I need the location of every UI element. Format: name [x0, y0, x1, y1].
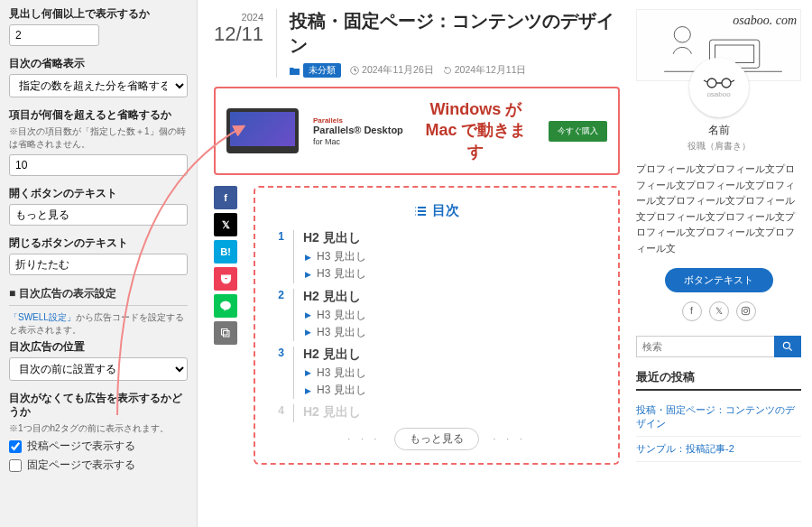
toc-num: 3: [273, 347, 284, 359]
caret-right-icon: ▶: [305, 309, 311, 321]
caret-right-icon: ▶: [305, 268, 311, 281]
share-pocket[interactable]: [214, 267, 237, 291]
toc-h2-link[interactable]: H2 見出し: [303, 230, 600, 246]
close-btn-text-input[interactable]: [9, 254, 188, 275]
social-x[interactable]: 𝕏: [709, 301, 729, 321]
search-input[interactable]: [636, 336, 774, 357]
toc-h2-link[interactable]: H2 見出し: [303, 289, 600, 305]
toc-section: 4H2 見出し: [273, 404, 600, 422]
toc-section: 3H2 見出し▶H3 見出し▶H3 見出し: [273, 347, 600, 399]
toc: 目次 1H2 見出し▶H3 見出し▶H3 見出し2H2 見出し▶H3 見出し▶H…: [254, 186, 620, 465]
abbrev-label: 目次の省略表示: [9, 57, 188, 70]
caret-right-icon: ▶: [305, 251, 311, 264]
share-bar: f 𝕏 B!: [214, 186, 237, 345]
caret-right-icon: ▶: [305, 366, 311, 379]
profile-button[interactable]: ボタンテキスト: [665, 268, 773, 292]
open-btn-text-label: 開くボタンのテキスト: [9, 187, 188, 200]
divider: [276, 9, 277, 78]
toc-h2-link[interactable]: H2 見出し: [303, 404, 600, 421]
toc-list: 1H2 見出し▶H3 見出し▶H3 見出し2H2 見出し▶H3 見出し▶H3 見…: [273, 230, 600, 422]
svg-point-11: [783, 342, 789, 348]
svg-point-3: [674, 27, 690, 43]
post-updated: 2024年12月11日: [443, 64, 527, 77]
toc-num: 1: [273, 230, 284, 243]
threshold-note: ※目次の項目数が「指定した数＋1」個の時は省略されません。: [9, 125, 188, 151]
ad-section-header: ■ 目次広告の表示設定: [9, 286, 188, 306]
folder-icon: [290, 67, 300, 75]
close-btn-text-label: 閉じるボタンのテキスト: [9, 236, 188, 250]
toc-h3-link[interactable]: ▶H3 見出し: [303, 365, 600, 382]
search-button[interactable]: [774, 336, 801, 357]
recent-posts-header: 最近の投稿: [636, 370, 801, 391]
share-x[interactable]: 𝕏: [214, 213, 237, 236]
ad-buy-button[interactable]: 今すぐ購入: [549, 121, 607, 142]
toc-section: 2H2 見出し▶H3 見出し▶H3 見出し: [273, 289, 600, 341]
svg-point-9: [743, 310, 747, 313]
share-hatena[interactable]: B!: [214, 240, 237, 264]
swell-settings-link[interactable]: 「SWELL設定」: [9, 312, 76, 322]
caret-right-icon: ▶: [305, 326, 311, 338]
avatar: osaboo: [689, 58, 749, 117]
chk-show-on-page[interactable]: [9, 459, 22, 472]
svg-point-7: [722, 79, 731, 88]
toc-num: 4: [273, 404, 284, 417]
refresh-icon: [443, 66, 452, 75]
glasses-icon: [703, 78, 735, 88]
post-category[interactable]: 未分類: [290, 63, 341, 78]
ad-note: 「SWELL設定」から広告コードを設定すると表示されます。: [9, 311, 188, 337]
toc-h3-link[interactable]: ▶H3 見出し: [303, 307, 600, 324]
threshold-label: 項目が何個を超えると省略するか: [9, 108, 188, 122]
recent-post-item[interactable]: 投稿・固定ページ：コンテンツのデザイン: [636, 398, 801, 437]
social-instagram[interactable]: [736, 301, 756, 321]
search-icon: [781, 340, 794, 353]
svg-point-10: [747, 308, 748, 309]
main-content: 2024 12/11 投稿・固定ページ：コンテンツのデザイン 未分類: [198, 0, 636, 527]
toc-h3-link[interactable]: ▶H3 見出し: [303, 248, 600, 265]
ad-position-select[interactable]: 目次の前に設置する: [9, 357, 188, 381]
toc-more-button[interactable]: もっと見る: [394, 428, 479, 450]
post-published: 2024年11月26日: [350, 64, 434, 77]
ad-position-label: 目次広告の位置: [9, 340, 188, 354]
cover-logo: osaboo. com: [733, 14, 797, 28]
svg-rect-2: [222, 329, 228, 336]
profile-role: 役職（肩書き）: [636, 140, 801, 153]
open-btn-text-input[interactable]: [9, 204, 188, 226]
recent-post-item[interactable]: サンプル：投稿記事-2: [636, 437, 801, 462]
social-facebook[interactable]: f: [682, 301, 702, 321]
min-heading-input[interactable]: [9, 24, 99, 46]
toc-h3-link[interactable]: ▶H3 見出し: [303, 265, 600, 282]
threshold-input[interactable]: [9, 154, 188, 176]
share-facebook[interactable]: f: [214, 186, 237, 209]
toc-h3-link[interactable]: ▶H3 見出し: [303, 324, 600, 341]
ad-copy: Windows がMac で動きます: [418, 99, 534, 162]
chk-show-on-page-label: 固定ページで表示する: [27, 458, 135, 473]
toc-h3-link[interactable]: ▶H3 見出し: [303, 382, 600, 399]
show-without-toc-label: 目次がなくても広告を表示するかどうか: [9, 392, 188, 419]
post-date-badge: 2024 12/11: [214, 9, 263, 44]
abbrev-select[interactable]: 指定の数を超えた分を省略する: [9, 74, 188, 97]
caret-right-icon: ▶: [305, 384, 311, 397]
chk-show-on-post[interactable]: [9, 440, 22, 453]
svg-point-6: [707, 79, 716, 88]
show-without-toc-note: ※1つ目のh2タグの前に表示されます。: [9, 422, 188, 435]
profile-sidebar: osaboo. com osaboo 名前 役職（肩書き） プロフィール文プロフ…: [636, 0, 812, 527]
toc-title: 目次: [432, 202, 459, 219]
toc-num: 2: [273, 289, 284, 301]
profile-name: 名前: [636, 123, 801, 138]
toc-h2-link[interactable]: H2 見出し: [303, 347, 600, 363]
share-copy[interactable]: [214, 321, 237, 345]
chk-show-on-post-label: 投稿ページで表示する: [27, 439, 135, 454]
share-line[interactable]: [214, 294, 237, 318]
list-icon: [414, 206, 427, 217]
clock-icon: [350, 66, 359, 75]
min-heading-label: 見出し何個以上で表示するか: [9, 7, 188, 21]
svg-rect-1: [224, 331, 230, 337]
toc-section: 1H2 見出し▶H3 見出し▶H3 見出し: [273, 230, 600, 282]
profile-description: プロフィール文プロフィール文プロフィール文プロフィール文プロフィール文プロフィー…: [636, 162, 801, 257]
toc-ad[interactable]: Parallels Parallels® Desktop for Mac Win…: [214, 87, 620, 175]
post-title: 投稿・固定ページ：コンテンツのデザイン: [290, 9, 620, 58]
settings-panel: 見出し何個以上で表示するか 目次の省略表示 指定の数を超えた分を省略する 項目が…: [0, 0, 198, 527]
ad-brand: Parallels Parallels® Desktop for Mac: [313, 116, 403, 147]
ad-image: [226, 108, 299, 153]
